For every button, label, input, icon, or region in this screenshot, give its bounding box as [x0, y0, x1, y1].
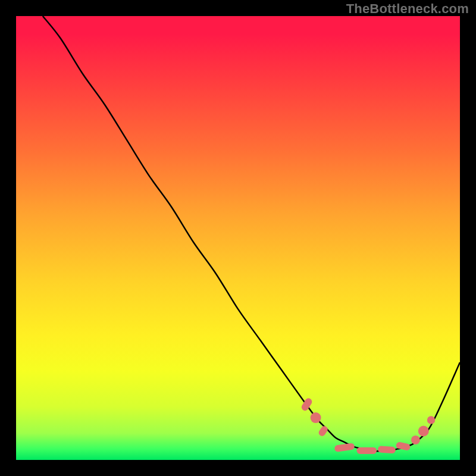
bottleneck-curve	[43, 16, 460, 451]
watermark-text: TheBottleneck.com	[346, 1, 469, 17]
curve-marker-dot	[411, 436, 420, 444]
curve-marker-dot	[311, 412, 321, 423]
chart-svg	[16, 16, 460, 460]
curve-marker-pill	[378, 446, 396, 453]
marker-layer	[300, 397, 436, 454]
curve-marker-dot	[418, 426, 429, 437]
curve-marker-pill	[357, 447, 377, 454]
curve-marker-pill	[334, 443, 355, 452]
curve-marker-pill	[317, 425, 328, 437]
curve-marker-dot	[427, 416, 435, 424]
plot-area	[16, 16, 460, 460]
